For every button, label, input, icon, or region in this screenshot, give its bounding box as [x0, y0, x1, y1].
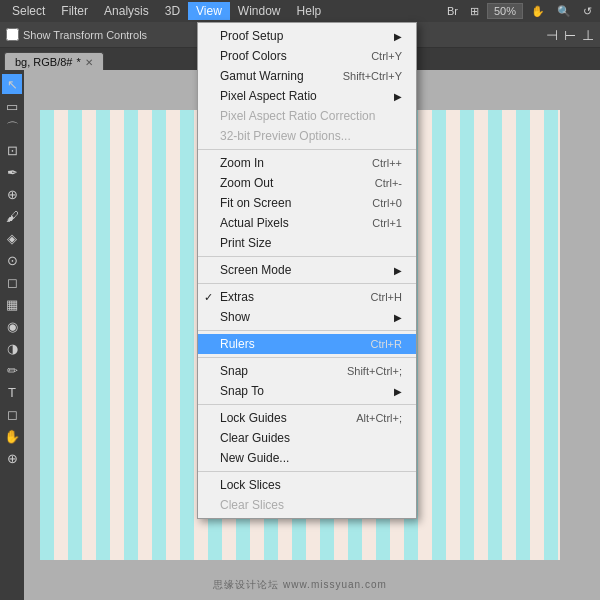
menu-item-0-2[interactable]: Gamut WarningShift+Ctrl+Y	[198, 66, 416, 86]
canvas-stripe	[432, 110, 446, 560]
move-tool[interactable]: ↖	[2, 74, 22, 94]
zoom-tool[interactable]: ⊕	[2, 448, 22, 468]
menu-item-3-1[interactable]: Show▶	[198, 307, 416, 327]
menu-help[interactable]: Help	[289, 2, 330, 20]
menu-item-6-1[interactable]: Clear Guides	[198, 428, 416, 448]
zoom-level[interactable]: 50%	[487, 3, 523, 19]
canvas-stripe	[124, 110, 138, 560]
menu-item-label: Pixel Aspect Ratio	[220, 89, 317, 103]
hand-tool[interactable]: ✋	[2, 426, 22, 446]
menu-section-3: ✓ExtrasCtrl+HShow▶	[198, 284, 416, 331]
menu-window[interactable]: Window	[230, 2, 289, 20]
menu-item-label: Clear Slices	[220, 498, 284, 512]
transform-controls-checkbox[interactable]	[6, 28, 19, 41]
menu-item-0-1[interactable]: Proof ColorsCtrl+Y	[198, 46, 416, 66]
menu-item-1-2[interactable]: Fit on ScreenCtrl+0	[198, 193, 416, 213]
menu-section-4: RulersCtrl+R	[198, 331, 416, 358]
menu-item-label: Extras	[220, 290, 254, 304]
menu-item-0-5: 32-bit Preview Options...	[198, 126, 416, 146]
lasso-tool[interactable]: ⌒	[2, 118, 22, 138]
menu-item-0-3[interactable]: Pixel Aspect Ratio▶	[198, 86, 416, 106]
canvas-stripe	[516, 110, 530, 560]
crop-tool[interactable]: ⊡	[2, 140, 22, 160]
menu-item-1-4[interactable]: Print Size	[198, 233, 416, 253]
menu-item-5-1[interactable]: Snap To▶	[198, 381, 416, 401]
menu-view[interactable]: View	[188, 2, 230, 20]
menu-item-shortcut: Ctrl+R	[351, 338, 402, 350]
tab-modified: *	[76, 56, 80, 68]
menu-item-1-3[interactable]: Actual PixelsCtrl+1	[198, 213, 416, 233]
menu-item-label: Zoom In	[220, 156, 264, 170]
menu-item-1-1[interactable]: Zoom OutCtrl+-	[198, 173, 416, 193]
menu-item-label: 32-bit Preview Options...	[220, 129, 351, 143]
menu-item-label: Screen Mode	[220, 263, 291, 277]
align-icon-2[interactable]: ⊢	[564, 27, 576, 43]
eraser-tool[interactable]: ◻	[2, 272, 22, 292]
menu-bar-right: Br ⊞ 50% ✋ 🔍 ↺	[443, 3, 596, 20]
menu-item-shortcut: Ctrl+-	[355, 177, 402, 189]
menu-item-6-0[interactable]: Lock GuidesAlt+Ctrl+;	[198, 408, 416, 428]
br-icon[interactable]: Br	[443, 3, 462, 19]
menu-item-5-0[interactable]: SnapShift+Ctrl+;	[198, 361, 416, 381]
submenu-arrow-icon: ▶	[394, 312, 402, 323]
menu-item-shortcut: Ctrl+1	[352, 217, 402, 229]
menu-item-label: Zoom Out	[220, 176, 273, 190]
menu-section-7: Lock SlicesClear Slices	[198, 472, 416, 518]
eyedropper-tool[interactable]: ✒	[2, 162, 22, 182]
blur-tool[interactable]: ◉	[2, 316, 22, 336]
menu-analysis[interactable]: Analysis	[96, 2, 157, 20]
menu-filter[interactable]: Filter	[53, 2, 96, 20]
gradient-tool[interactable]: ▦	[2, 294, 22, 314]
text-tool[interactable]: T	[2, 382, 22, 402]
menu-item-0-0[interactable]: Proof Setup▶	[198, 26, 416, 46]
history-tool[interactable]: ⊙	[2, 250, 22, 270]
canvas-stripe	[40, 110, 54, 560]
submenu-arrow-icon: ▶	[394, 265, 402, 276]
menu-section-0: Proof Setup▶Proof ColorsCtrl+YGamut Warn…	[198, 23, 416, 150]
options-icons: ⊣ ⊢ ⊥	[546, 27, 594, 43]
clone-tool[interactable]: ◈	[2, 228, 22, 248]
menu-item-label: Fit on Screen	[220, 196, 291, 210]
left-toolbar: ↖ ▭ ⌒ ⊡ ✒ ⊕ 🖌 ◈ ⊙ ◻ ▦ ◉ ◑ ✏ T ◻ ✋ ⊕	[0, 70, 24, 600]
canvas-stripe	[68, 110, 82, 560]
grid-icon[interactable]: ⊞	[466, 3, 483, 20]
submenu-arrow-icon: ▶	[394, 31, 402, 42]
document-tab[interactable]: bg, RGB/8# * ✕	[4, 52, 104, 70]
tab-close-button[interactable]: ✕	[85, 57, 93, 68]
menu-item-7-1: Clear Slices	[198, 495, 416, 515]
dodge-tool[interactable]: ◑	[2, 338, 22, 358]
menu-item-6-2[interactable]: New Guide...	[198, 448, 416, 468]
menu-item-label: Clear Guides	[220, 431, 290, 445]
selection-tool[interactable]: ▭	[2, 96, 22, 116]
rotate-icon[interactable]: ↺	[579, 3, 596, 20]
menu-item-2-0[interactable]: Screen Mode▶	[198, 260, 416, 280]
menu-item-7-0[interactable]: Lock Slices	[198, 475, 416, 495]
brush-tool[interactable]: 🖌	[2, 206, 22, 226]
menu-item-3-0[interactable]: ✓ExtrasCtrl+H	[198, 287, 416, 307]
tab-label: bg, RGB/8#	[15, 56, 72, 68]
canvas-stripe	[152, 110, 166, 560]
align-icon-3[interactable]: ⊥	[582, 27, 594, 43]
canvas-stripe	[488, 110, 502, 560]
menu-section-6: Lock GuidesAlt+Ctrl+;Clear GuidesNew Gui…	[198, 405, 416, 472]
healing-tool[interactable]: ⊕	[2, 184, 22, 204]
menu-item-shortcut: Ctrl+Y	[351, 50, 402, 62]
menu-item-shortcut: Alt+Ctrl+;	[336, 412, 402, 424]
shape-tool[interactable]: ◻	[2, 404, 22, 424]
menu-item-1-0[interactable]: Zoom InCtrl++	[198, 153, 416, 173]
menu-item-label: Actual Pixels	[220, 216, 289, 230]
pen-tool[interactable]: ✏	[2, 360, 22, 380]
menu-item-label: Snap	[220, 364, 248, 378]
menu-item-shortcut: Ctrl+H	[351, 291, 402, 303]
align-icon-1[interactable]: ⊣	[546, 27, 558, 43]
transform-controls-label[interactable]: Show Transform Controls	[6, 28, 147, 41]
menu-select[interactable]: Select	[4, 2, 53, 20]
menu-item-label: Proof Colors	[220, 49, 287, 63]
menu-3d[interactable]: 3D	[157, 2, 188, 20]
menu-item-label: Lock Guides	[220, 411, 287, 425]
menu-item-label: Rulers	[220, 337, 255, 351]
search-icon[interactable]: 🔍	[553, 3, 575, 20]
canvas-stripe	[544, 110, 558, 560]
menu-item-4-0[interactable]: RulersCtrl+R	[198, 334, 416, 354]
hand-icon[interactable]: ✋	[527, 3, 549, 20]
